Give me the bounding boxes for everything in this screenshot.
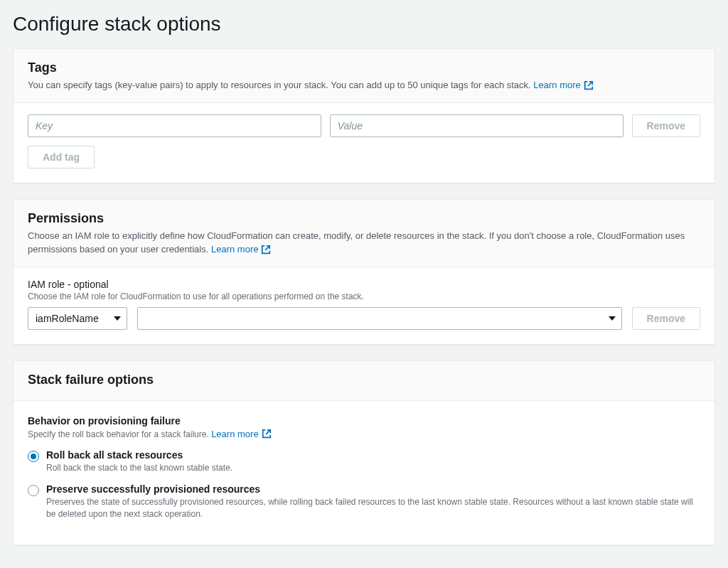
permissions-learn-more-link[interactable]: Learn more: [211, 242, 271, 257]
iam-role-name-select[interactable]: [137, 307, 622, 330]
behavior-title: Behavior on provisioning failure: [28, 415, 700, 427]
permissions-panel: Permissions Choose an IAM role to explic…: [13, 199, 715, 345]
chevron-down-icon: [609, 316, 616, 321]
permissions-description: Choose an IAM role to explicitly define …: [28, 229, 700, 257]
iam-role-hint: Choose the IAM role for CloudFormation t…: [28, 291, 700, 301]
permissions-description-text: Choose an IAM role to explicitly define …: [28, 230, 685, 255]
tag-row: Remove: [28, 114, 700, 137]
stack-failure-header: Stack failure options: [14, 361, 714, 401]
tag-value-input[interactable]: [330, 114, 623, 137]
learn-more-label: Learn more: [211, 242, 258, 257]
tag-key-input[interactable]: [28, 114, 321, 137]
permissions-header: Permissions Choose an IAM role to explic…: [14, 200, 714, 267]
iam-role-type-value: iamRoleName: [36, 313, 99, 324]
failure-learn-more-link[interactable]: Learn more: [211, 429, 271, 439]
radio-rollback-all[interactable]: Roll back all stack resources Roll back …: [28, 449, 700, 474]
radio-button-icon: [28, 485, 39, 496]
external-link-icon: [584, 80, 594, 90]
remove-role-button[interactable]: Remove: [632, 307, 700, 330]
tags-description: You can specify tags (key-value pairs) t…: [28, 78, 700, 92]
remove-tag-button[interactable]: Remove: [632, 114, 700, 137]
learn-more-label: Learn more: [211, 429, 258, 439]
permissions-title: Permissions: [28, 211, 700, 226]
tags-title: Tags: [28, 60, 700, 75]
tags-header: Tags You can specify tags (key-value pai…: [14, 49, 714, 103]
radio-button-icon: [28, 451, 39, 462]
external-link-icon: [262, 429, 272, 439]
add-tag-button[interactable]: Add tag: [28, 146, 95, 168]
behavior-hint-text: Specify the roll back behavior for a sta…: [28, 429, 209, 439]
radio-preserve-resources[interactable]: Preserve successfully provisioned resour…: [28, 483, 700, 520]
iam-role-type-select[interactable]: iamRoleName: [28, 307, 127, 330]
page-title: Configure stack options: [13, 0, 715, 48]
behavior-hint: Specify the roll back behavior for a sta…: [28, 429, 272, 439]
tags-body: Remove Add tag: [14, 103, 714, 183]
chevron-down-icon: [114, 316, 121, 321]
learn-more-label: Learn more: [533, 78, 580, 92]
stack-failure-body: Behavior on provisioning failure Specify…: [14, 401, 714, 545]
tags-learn-more-link[interactable]: Learn more: [533, 78, 593, 92]
stack-failure-panel: Stack failure options Behavior on provis…: [13, 360, 715, 545]
radio-label: Roll back all stack resources: [46, 449, 232, 461]
stack-failure-title: Stack failure options: [28, 373, 700, 387]
tags-panel: Tags You can specify tags (key-value pai…: [13, 48, 715, 183]
tags-description-text: You can specify tags (key-value pairs) t…: [28, 80, 531, 90]
iam-role-label: IAM role - optional: [28, 279, 700, 290]
radio-label: Preserve successfully provisioned resour…: [46, 483, 700, 495]
radio-desc: Roll back the stack to the last known st…: [46, 462, 232, 474]
radio-desc: Preserves the state of successfully prov…: [46, 496, 700, 520]
external-link-icon: [261, 245, 271, 254]
failure-radio-group: Roll back all stack resources Roll back …: [28, 449, 700, 520]
permissions-body: IAM role - optional Choose the IAM role …: [14, 267, 714, 344]
